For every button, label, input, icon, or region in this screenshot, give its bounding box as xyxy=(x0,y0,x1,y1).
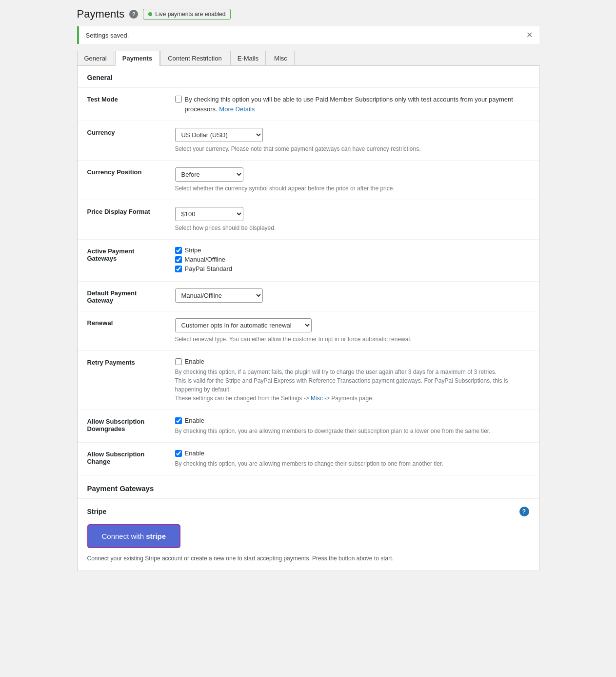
test-mode-control: By checking this option you will be able… xyxy=(165,88,539,121)
test-mode-label: Test Mode xyxy=(78,88,165,121)
downgrades-enable-row: Enable xyxy=(175,417,529,424)
general-section-heading: General xyxy=(78,66,539,88)
tab-emails[interactable]: E-Mails xyxy=(230,51,266,65)
retry-help-line3-end: -> Payments page. xyxy=(323,395,374,402)
retry-help-line2: This is valid for the Stripe and PayPal … xyxy=(175,377,508,393)
subscription-change-label: Allow Subscription Change xyxy=(78,443,165,475)
retry-enable-label: Enable xyxy=(185,358,204,365)
tab-content-restriction[interactable]: Content Restriction xyxy=(160,51,229,65)
renewal-select[interactable]: Customer opts in for automatic renewal F… xyxy=(175,318,312,332)
tab-general[interactable]: General xyxy=(77,51,114,65)
gateway-paypal-checkbox[interactable] xyxy=(175,266,182,272)
retry-help-line3-start: These settings can be changed from the S… xyxy=(175,395,311,402)
renewal-row: Renewal Customer opts in for automatic r… xyxy=(78,311,539,351)
test-mode-row: Test Mode By checking this option you wi… xyxy=(78,88,539,121)
gateway-stripe-checkbox[interactable] xyxy=(175,247,182,254)
currency-position-select[interactable]: Before After xyxy=(175,167,243,182)
subscription-change-enable-row: Enable xyxy=(175,450,529,457)
gateway-stripe-label: Stripe xyxy=(185,246,201,254)
price-display-label: Price Display Format xyxy=(78,200,165,240)
tabs-container: General Payments Content Restriction E-M… xyxy=(77,51,539,66)
currency-help: Select your currency. Please note that s… xyxy=(175,144,529,153)
default-gateway-row: Default Payment Gateway Manual/Offline S… xyxy=(78,282,539,311)
downgrades-row: Allow Subscription Downgrades Enable By … xyxy=(78,410,539,443)
test-mode-checkbox[interactable] xyxy=(175,96,182,103)
connect-stripe-button[interactable]: Connect with stripe xyxy=(87,524,181,548)
live-badge-text: Live payments are enabled xyxy=(155,11,225,18)
downgrades-control: Enable By checking this option, you are … xyxy=(165,410,539,443)
notice-close-button[interactable]: ✕ xyxy=(526,31,533,39)
page-title: Payments xyxy=(77,8,125,21)
renewal-label: Renewal xyxy=(78,311,165,351)
stripe-section: Stripe ? Connect with stripe Connect you… xyxy=(78,499,539,571)
connect-stripe-brand: stripe xyxy=(146,532,166,540)
retry-payments-label: Retry Payments xyxy=(78,351,165,410)
stripe-header: Stripe ? xyxy=(87,507,529,516)
default-gateway-label: Default Payment Gateway xyxy=(78,282,165,311)
downgrades-label: Allow Subscription Downgrades xyxy=(78,410,165,443)
subscription-change-enable-label: Enable xyxy=(185,450,204,457)
retry-enable-row: Enable xyxy=(175,358,529,365)
downgrades-enable-label: Enable xyxy=(185,417,204,424)
gateway-paypal-label: PayPal Standard xyxy=(185,265,233,272)
gateway-paypal-row: PayPal Standard xyxy=(175,265,529,272)
stripe-help-icon[interactable]: ? xyxy=(519,507,529,516)
price-display-select[interactable]: $100 $ 100 100$ 100 $ xyxy=(175,207,243,221)
currency-label: Currency xyxy=(78,121,165,161)
default-gateway-control: Manual/Offline Stripe PayPal Standard xyxy=(165,282,539,311)
renewal-help: Select renewal type. You can either allo… xyxy=(175,335,529,344)
active-gateways-row: Active Payment Gateways Stripe Manual/Of… xyxy=(78,240,539,282)
content-area: General Test Mode By checking this optio… xyxy=(77,66,539,571)
currency-row: Currency US Dollar (USD) Select your cur… xyxy=(78,121,539,161)
price-display-row: Price Display Format $100 $ 100 100$ 100… xyxy=(78,200,539,240)
gateway-manual-checkbox[interactable] xyxy=(175,256,182,263)
currency-select[interactable]: US Dollar (USD) xyxy=(175,128,263,142)
price-display-help: Select how prices should be displayed. xyxy=(175,224,529,232)
retry-help-line1: By checking this option, if a payment fa… xyxy=(175,369,497,375)
notice-text: Settings saved. xyxy=(86,32,129,39)
page-header: Payments ? Live payments are enabled xyxy=(77,8,539,21)
notice-bar: Settings saved. ✕ xyxy=(77,26,539,44)
subscription-change-help: By checking this option, you are allowin… xyxy=(175,459,529,468)
live-dot-icon xyxy=(148,12,152,16)
currency-position-help: Select whether the currency symbol shoul… xyxy=(175,184,529,193)
tab-payments[interactable]: Payments xyxy=(115,51,159,66)
tab-misc[interactable]: Misc xyxy=(267,51,295,65)
retry-payments-checkbox[interactable] xyxy=(175,358,182,365)
payment-gateways-heading: Payment Gateways xyxy=(78,475,539,499)
live-badge: Live payments are enabled xyxy=(143,9,231,20)
currency-position-row: Currency Position Before After Select wh… xyxy=(78,161,539,200)
page-help-icon[interactable]: ? xyxy=(129,10,138,19)
currency-position-label: Currency Position xyxy=(78,161,165,200)
retry-payments-row: Retry Payments Enable By checking this o… xyxy=(78,351,539,410)
active-gateways-control: Stripe Manual/Offline PayPal Standard xyxy=(165,240,539,282)
default-gateway-select[interactable]: Manual/Offline Stripe PayPal Standard xyxy=(175,288,263,303)
downgrades-checkbox[interactable] xyxy=(175,417,182,424)
downgrades-help: By checking this option, you are allowin… xyxy=(175,427,529,435)
connect-stripe-prefix: Connect with xyxy=(102,532,144,540)
subscription-change-checkbox[interactable] xyxy=(175,450,182,457)
settings-table: Test Mode By checking this option you wi… xyxy=(78,88,539,475)
price-display-control: $100 $ 100 100$ 100 $ Select how prices … xyxy=(165,200,539,240)
gateway-stripe-row: Stripe xyxy=(175,246,529,254)
gateway-manual-row: Manual/Offline xyxy=(175,256,529,263)
test-mode-more-details-link[interactable]: More Details xyxy=(219,105,255,113)
gateway-manual-label: Manual/Offline xyxy=(185,256,226,263)
stripe-description: Connect your existing Stripe account or … xyxy=(87,554,529,563)
subscription-change-row: Allow Subscription Change Enable By chec… xyxy=(78,443,539,475)
active-gateways-label: Active Payment Gateways xyxy=(78,240,165,282)
retry-help: By checking this option, if a payment fa… xyxy=(175,368,529,403)
renewal-control: Customer opts in for automatic renewal F… xyxy=(165,311,539,351)
retry-payments-control: Enable By checking this option, if a pay… xyxy=(165,351,539,410)
currency-control: US Dollar (USD) Select your currency. Pl… xyxy=(165,121,539,161)
retry-misc-link[interactable]: Misc xyxy=(311,395,323,402)
stripe-label: Stripe xyxy=(87,508,107,515)
subscription-change-control: Enable By checking this option, you are … xyxy=(165,443,539,475)
currency-position-control: Before After Select whether the currency… xyxy=(165,161,539,200)
